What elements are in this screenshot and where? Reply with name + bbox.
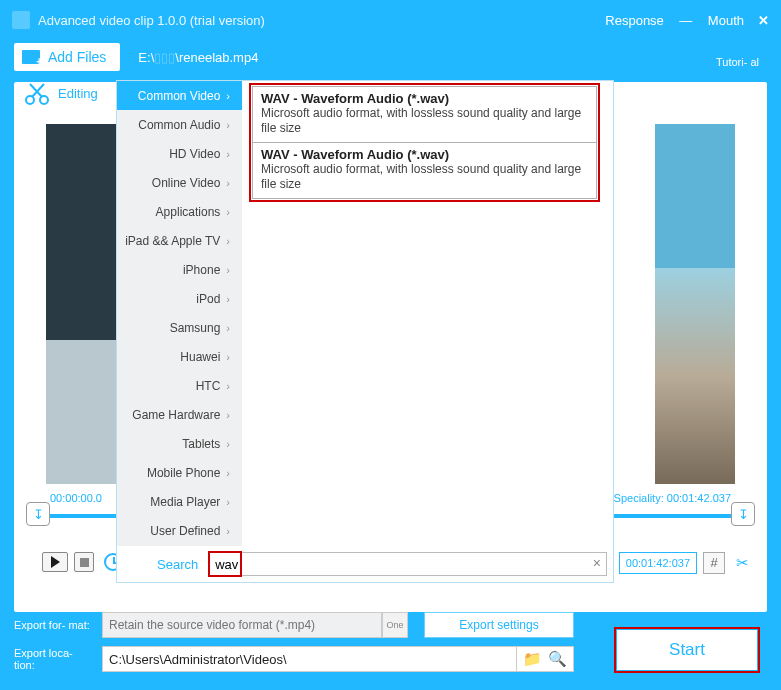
category-label: Tablets bbox=[182, 437, 220, 451]
category-item[interactable]: iPhone› bbox=[117, 255, 242, 284]
format-result-item[interactable]: WAV - Waveform Audio (*.wav)Microsoft au… bbox=[252, 86, 597, 142]
category-item[interactable]: iPod› bbox=[117, 284, 242, 313]
format-result-item[interactable]: WAV - Waveform Audio (*.wav)Microsoft au… bbox=[252, 142, 597, 199]
chevron-right-icon: › bbox=[226, 293, 230, 305]
category-item[interactable]: Mobile Phone› bbox=[117, 458, 242, 487]
category-label: Huawei bbox=[180, 350, 220, 364]
scissors-icon bbox=[22, 80, 52, 106]
add-files-label: Add Files bbox=[48, 49, 106, 65]
category-label: Applications bbox=[156, 205, 221, 219]
chevron-right-icon: › bbox=[226, 206, 230, 218]
category-label: iPod bbox=[196, 292, 220, 306]
chevron-right-icon: › bbox=[226, 322, 230, 334]
start-button[interactable]: Start bbox=[617, 630, 757, 670]
category-label: HD Video bbox=[169, 147, 220, 161]
close-button[interactable]: ✕ bbox=[758, 13, 769, 28]
menu-mouth[interactable]: Mouth bbox=[708, 13, 744, 28]
export-settings-button[interactable]: Export settings bbox=[424, 612, 574, 638]
timecode-speciality: Speciality: 00:01:42.037 bbox=[614, 492, 731, 504]
browse-folder-icon[interactable]: 📁 bbox=[523, 650, 542, 668]
format-result-desc: Microsoft audio format, with lossless so… bbox=[261, 162, 588, 192]
tab-editing-label: Editing bbox=[58, 86, 98, 101]
category-label: iPad && Apple TV bbox=[125, 234, 220, 248]
category-label: Mobile Phone bbox=[147, 466, 220, 480]
start-button-label: Start bbox=[669, 640, 705, 660]
category-label: Media Player bbox=[150, 495, 220, 509]
category-label: Common Video bbox=[138, 89, 221, 103]
category-item[interactable]: HTC› bbox=[117, 371, 242, 400]
trim-handle-end[interactable]: ↧ bbox=[731, 502, 755, 526]
add-files-icon bbox=[22, 50, 40, 64]
frame-step-button[interactable]: # bbox=[703, 552, 725, 574]
app-logo bbox=[12, 11, 30, 29]
chevron-right-icon: › bbox=[226, 409, 230, 421]
format-result-title: WAV - Waveform Audio (*.wav) bbox=[261, 147, 588, 162]
menu-response[interactable]: Response bbox=[605, 13, 664, 28]
chevron-right-icon: › bbox=[226, 351, 230, 363]
tab-editing[interactable]: Editing bbox=[22, 80, 98, 106]
open-location-icon[interactable]: 🔍 bbox=[548, 650, 567, 668]
category-label: Game Hardware bbox=[132, 408, 220, 422]
minimize-button[interactable]: — bbox=[678, 13, 694, 28]
category-item[interactable]: Online Video› bbox=[117, 168, 242, 197]
export-location-input[interactable] bbox=[102, 646, 517, 672]
category-item[interactable]: Huawei› bbox=[117, 342, 242, 371]
category-item[interactable]: Media Player› bbox=[117, 487, 242, 516]
category-item[interactable]: iPad && Apple TV› bbox=[117, 226, 242, 255]
cut-button[interactable]: ✂ bbox=[731, 552, 753, 574]
window-title: Advanced video clip 1.0.0 (trial version… bbox=[38, 13, 591, 28]
export-format-input[interactable] bbox=[102, 612, 382, 638]
chevron-right-icon: › bbox=[226, 438, 230, 450]
category-item[interactable]: Common Audio› bbox=[117, 110, 242, 139]
file-path: E:\▯▯▯\reneelab.mp4 bbox=[138, 50, 258, 65]
category-item[interactable]: Samsung› bbox=[117, 313, 242, 342]
chevron-right-icon: › bbox=[226, 148, 230, 160]
chevron-right-icon: › bbox=[226, 380, 230, 392]
category-label: User Defined bbox=[150, 524, 220, 538]
category-label: Samsung bbox=[170, 321, 221, 335]
export-format-label: Export for- mat: bbox=[14, 619, 94, 631]
format-result-title: WAV - Waveform Audio (*.wav) bbox=[261, 91, 588, 106]
video-preview-right bbox=[655, 124, 735, 484]
chevron-right-icon: › bbox=[226, 235, 230, 247]
category-item[interactable]: Common Video› bbox=[117, 81, 242, 110]
chevron-right-icon: › bbox=[226, 264, 230, 276]
video-preview-left bbox=[46, 124, 126, 484]
chevron-right-icon: › bbox=[226, 525, 230, 537]
chevron-right-icon: › bbox=[226, 467, 230, 479]
timecode-start: 00:00:00.0 bbox=[50, 492, 102, 504]
export-location-label: Export loca- tion: bbox=[14, 647, 94, 671]
category-item[interactable]: User Defined› bbox=[117, 516, 242, 545]
chevron-right-icon: › bbox=[226, 119, 230, 131]
category-item[interactable]: Tablets› bbox=[117, 429, 242, 458]
category-item[interactable]: Applications› bbox=[117, 197, 242, 226]
format-result-desc: Microsoft audio format, with lossless so… bbox=[261, 106, 588, 136]
category-item[interactable]: HD Video› bbox=[117, 139, 242, 168]
export-format-picker[interactable]: One bbox=[382, 612, 408, 638]
chevron-right-icon: › bbox=[226, 177, 230, 189]
category-label: iPhone bbox=[183, 263, 220, 277]
play-button[interactable] bbox=[42, 552, 68, 572]
trim-handle-start[interactable]: ↧ bbox=[26, 502, 50, 526]
tutorial-link[interactable]: Tutori- al bbox=[716, 56, 759, 68]
stop-button[interactable] bbox=[74, 552, 94, 572]
format-picker-popup: Common Video›Common Audio›HD Video›Onlin… bbox=[116, 80, 614, 583]
format-search-input[interactable] bbox=[208, 552, 607, 576]
format-search-label: Search bbox=[157, 557, 198, 572]
category-item[interactable]: Game Hardware› bbox=[117, 400, 242, 429]
add-files-button[interactable]: Add Files bbox=[14, 43, 120, 71]
category-label: HTC bbox=[196, 379, 221, 393]
category-label: Online Video bbox=[152, 176, 221, 190]
category-label: Common Audio bbox=[138, 118, 220, 132]
clear-search-icon[interactable]: × bbox=[593, 555, 601, 571]
chevron-right-icon: › bbox=[226, 496, 230, 508]
chevron-right-icon: › bbox=[226, 90, 230, 102]
end-time-field[interactable]: 00:01:42:037 bbox=[619, 552, 697, 574]
